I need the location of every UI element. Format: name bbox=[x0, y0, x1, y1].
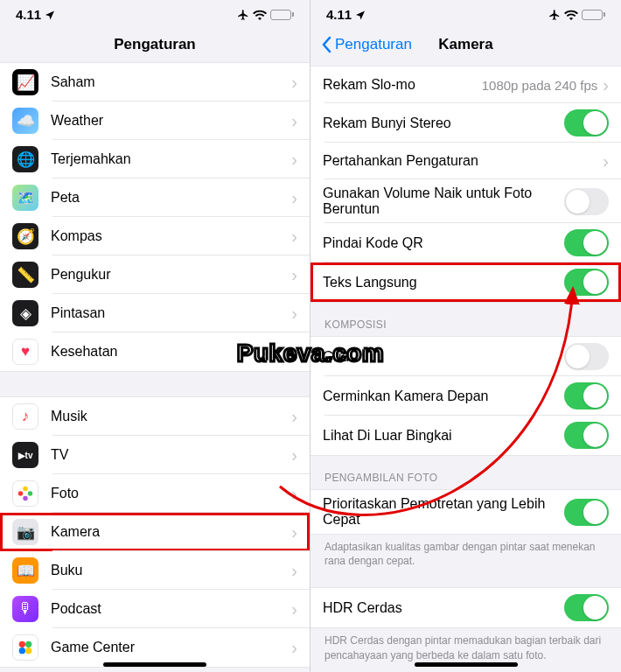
settings-row-buku[interactable]: 📖Buku› bbox=[0, 551, 310, 590]
settings-row-volumenaik[interactable]: Gunakan Volume Naik untuk Foto Beruntun bbox=[310, 179, 621, 223]
settings-group: Prioritaskan Pemotretan yang Lebih Cepat bbox=[310, 489, 621, 535]
row-label: Podcast bbox=[51, 601, 291, 617]
camera-settings-list[interactable]: Rekam Slo-mo1080p pada 240 fps›Rekam Bun… bbox=[310, 66, 621, 662]
chevron-right-icon: › bbox=[291, 600, 297, 618]
saham-icon: 📈 bbox=[12, 69, 38, 95]
chevron-right-icon: › bbox=[291, 408, 297, 425]
toggle-grid[interactable] bbox=[564, 343, 609, 370]
settings-row-terjemah[interactable]: 🌐Terjemahkan› bbox=[0, 140, 310, 178]
settings-row-pengukur[interactable]: 📏Pengukur› bbox=[0, 256, 310, 294]
row-label: Prioritaskan Pemotretan yang Lebih Cepat bbox=[323, 496, 564, 528]
kesehatan-icon: ♥ bbox=[12, 339, 38, 365]
settings-row-kamera[interactable]: 📷Kamera› bbox=[0, 513, 310, 551]
settings-row-teks[interactable]: Teks Langsung bbox=[310, 262, 621, 302]
nav-bar: Pengaturan Kamera bbox=[310, 27, 621, 62]
svg-point-4 bbox=[19, 641, 25, 648]
row-label: Cerminkan Kamera Depan bbox=[323, 388, 564, 404]
row-label: Foto bbox=[51, 486, 291, 501]
settings-group: ♪Musik›▶tvTV›Foto›📷Kamera›📖Buku›🎙Podcast… bbox=[0, 396, 310, 668]
row-label: Terjemahkan bbox=[51, 151, 291, 167]
kamera-icon: 📷 bbox=[12, 519, 38, 545]
settings-row-luar[interactable]: Lihat Di Luar Bingkai bbox=[310, 416, 621, 455]
settings-list[interactable]: 📈Saham›☁️Weather›🌐Terjemahkan›🗺️Peta›🧭Ko… bbox=[0, 62, 310, 672]
settings-row-hdr[interactable]: HDR Cerdas bbox=[310, 588, 621, 627]
podcast-icon: 🎙 bbox=[12, 596, 38, 622]
chevron-right-icon: › bbox=[291, 189, 297, 206]
settings-row-gamecenter[interactable]: Game Center› bbox=[0, 628, 310, 667]
row-label: Grid bbox=[323, 349, 564, 365]
row-label: Pindai Kode QR bbox=[323, 235, 564, 251]
settings-row-peta[interactable]: 🗺️Peta› bbox=[0, 178, 310, 217]
status-time: 4.11 bbox=[326, 7, 352, 22]
kompas-icon: 🧭 bbox=[12, 223, 38, 249]
toggle-prioritas[interactable] bbox=[564, 499, 609, 526]
svg-point-3 bbox=[18, 491, 24, 496]
chevron-right-icon: › bbox=[291, 74, 297, 91]
settings-row-musik[interactable]: ♪Musik› bbox=[0, 397, 310, 436]
settings-row-qr[interactable]: Pindai Kode QR bbox=[310, 223, 621, 262]
toggle-hdr[interactable] bbox=[564, 594, 609, 621]
svg-point-6 bbox=[19, 648, 25, 654]
svg-point-2 bbox=[23, 496, 28, 501]
peta-icon: 🗺️ bbox=[12, 185, 38, 211]
pintasan-icon: ◈ bbox=[12, 300, 38, 326]
settings-row-foto[interactable]: Foto› bbox=[0, 474, 310, 513]
row-label: Buku bbox=[51, 563, 291, 578]
row-label: HDR Cerdas bbox=[323, 600, 564, 616]
pengukur-icon: 📏 bbox=[12, 262, 38, 288]
toggle-teks[interactable] bbox=[564, 269, 609, 296]
settings-row-cermin[interactable]: Cerminkan Kamera Depan bbox=[310, 376, 621, 416]
airplane-icon bbox=[237, 9, 249, 21]
settings-row-pertahankan[interactable]: Pertahankan Pengaturan› bbox=[310, 143, 621, 179]
row-label: Teks Langsung bbox=[323, 275, 564, 290]
settings-row-podcast[interactable]: 🎙Podcast› bbox=[0, 590, 310, 628]
home-indicator[interactable] bbox=[103, 662, 206, 667]
tv-icon: ▶tv bbox=[12, 442, 38, 468]
location-icon bbox=[355, 10, 366, 20]
chevron-right-icon: › bbox=[291, 150, 297, 168]
row-label: Pertahankan Pengaturan bbox=[323, 153, 603, 169]
weather-icon: ☁️ bbox=[12, 108, 38, 134]
row-label: Pintasan bbox=[51, 305, 291, 321]
chevron-right-icon: › bbox=[291, 639, 297, 656]
row-label: Gunakan Volume Naik untuk Foto Beruntun bbox=[323, 186, 564, 217]
page-title: Pengaturan bbox=[114, 36, 196, 53]
settings-row-weather[interactable]: ☁️Weather› bbox=[0, 102, 310, 140]
toggle-stereo[interactable] bbox=[564, 109, 609, 136]
settings-group: GridCerminkan Kamera DepanLihat Di Luar … bbox=[310, 336, 621, 456]
back-button[interactable]: Pengaturan bbox=[321, 36, 412, 53]
buku-icon: 📖 bbox=[12, 557, 38, 584]
settings-row-prioritas[interactable]: Prioritaskan Pemotretan yang Lebih Cepat bbox=[310, 490, 621, 534]
toggle-luar[interactable] bbox=[564, 422, 609, 449]
settings-row-grid[interactable]: Grid bbox=[310, 337, 621, 376]
page-title: Kamera bbox=[438, 36, 492, 53]
settings-group: HDR Cerdas bbox=[310, 587, 621, 628]
toggle-cermin[interactable] bbox=[564, 382, 609, 410]
settings-row-kesehatan[interactable]: ♥Kesehatan› bbox=[0, 332, 310, 371]
home-indicator[interactable] bbox=[415, 662, 518, 667]
row-label: Kesehatan bbox=[51, 344, 291, 360]
settings-row-saham[interactable]: 📈Saham› bbox=[0, 63, 310, 102]
row-label: Musik bbox=[51, 409, 291, 424]
settings-row-pintasan[interactable]: ◈Pintasan› bbox=[0, 294, 310, 332]
settings-group: Rekam Slo-mo1080p pada 240 fps›Rekam Bun… bbox=[310, 66, 621, 303]
row-label: Pengukur bbox=[51, 267, 291, 283]
terjemah-icon: 🌐 bbox=[12, 146, 38, 172]
section-header: PENGAMBILAN FOTO bbox=[310, 456, 621, 489]
chevron-right-icon: › bbox=[291, 112, 297, 130]
chevron-right-icon: › bbox=[603, 76, 609, 94]
settings-row-stereo[interactable]: Rekam Bunyi Stereo bbox=[310, 103, 621, 143]
toggle-volumenaik[interactable] bbox=[564, 188, 609, 215]
settings-row-tv[interactable]: ▶tvTV› bbox=[0, 436, 310, 474]
toggle-qr[interactable] bbox=[564, 229, 609, 256]
chevron-right-icon: › bbox=[291, 523, 297, 541]
row-label: TV bbox=[51, 447, 291, 463]
musik-icon: ♪ bbox=[12, 403, 38, 430]
nav-bar: Pengaturan bbox=[0, 27, 310, 62]
chevron-right-icon: › bbox=[291, 562, 297, 579]
section-footer: HDR Cerdas dengan pintar memadukan bagia… bbox=[310, 628, 621, 662]
settings-row-slomo[interactable]: Rekam Slo-mo1080p pada 240 fps› bbox=[310, 66, 621, 103]
row-label: Lihat Di Luar Bingkai bbox=[323, 428, 564, 444]
gamecenter-icon bbox=[12, 634, 38, 661]
settings-row-kompas[interactable]: 🧭Kompas› bbox=[0, 217, 310, 256]
